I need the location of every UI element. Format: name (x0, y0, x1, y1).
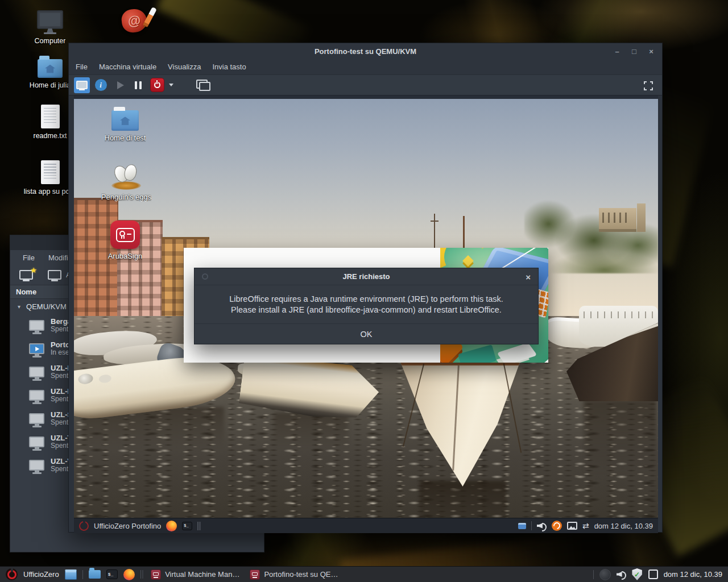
run-button[interactable] (111, 77, 127, 93)
console-toolbar: i (69, 74, 662, 95)
fullscreen-button[interactable] (644, 81, 653, 90)
ufficiozero-menu-icon[interactable] (79, 521, 89, 531)
monitor-icon (48, 270, 61, 280)
vm-monitor-icon (29, 436, 44, 447)
virt-manager-icon (151, 569, 161, 580)
minimized-window-button[interactable] (518, 523, 526, 529)
text-file-icon (41, 160, 60, 184)
menu-file[interactable]: File (76, 63, 88, 71)
window-title: Portofino-test su QEMU/KVM (315, 47, 416, 56)
close-icon[interactable]: × (526, 268, 531, 285)
desktop-icon-wax-seal[interactable] (121, 7, 155, 42)
console-menubar: File Macchina virtuale Visualizza Invia … (69, 59, 662, 74)
console-titlebar[interactable]: Portofino-test su QEMU/KVM – □ × (69, 43, 662, 59)
taskbar-window-console[interactable]: Portofino-test su QE… (247, 569, 340, 580)
jre-dialog-titlebar[interactable]: JRE richiesto × (195, 268, 538, 285)
pause-icon (135, 81, 142, 89)
new-vm-icon: ★ (19, 270, 33, 280)
menu-visualizza[interactable]: Visualizza (168, 63, 201, 71)
chevron-down-icon[interactable]: ▾ (18, 304, 20, 310)
vm-clock[interactable]: dom 12 dic, 10.39 (594, 522, 653, 530)
pause-button[interactable] (130, 77, 146, 93)
terminal-icon[interactable]: $_ (106, 569, 118, 579)
dialog-title: JRE richiesto (342, 272, 390, 281)
arubasign-icon (110, 221, 140, 249)
virt-manager-icon (250, 569, 260, 580)
desktop-icon-label: Home di julia (30, 81, 71, 89)
vm-monitor-icon (29, 390, 44, 401)
shutdown-button[interactable] (149, 77, 165, 93)
panel-separator (140, 570, 142, 579)
displays-button[interactable] (195, 77, 211, 93)
console-window: Portofino-test su QEMU/KVM – □ × File Ma… (68, 43, 663, 533)
host-app-menu-label[interactable]: UfficioZero (23, 570, 59, 579)
vm-wallpaper-castle (599, 208, 636, 232)
vm-info-button[interactable]: i (93, 77, 109, 93)
ufficiozero-menu-icon[interactable] (6, 568, 18, 580)
taskbar-window-title: Virtual Machine Man… (165, 570, 239, 579)
new-vm-button[interactable]: ★ (19, 270, 33, 280)
screen: Computer Home di julia readme.txt lista … (0, 0, 728, 582)
boat-reflection (274, 413, 348, 448)
connection-label: QEMU/KVM (26, 302, 67, 311)
text-file-icon (41, 105, 60, 128)
firefox-icon[interactable] (166, 521, 177, 531)
volume-icon[interactable] (617, 570, 626, 579)
menu-invia-tasto[interactable]: Invia tasto (212, 63, 246, 71)
show-desktop-icon[interactable] (65, 569, 77, 580)
vm-app-menu-label[interactable]: UfficioZero Portofino (94, 522, 161, 530)
home-folder-icon (38, 59, 63, 78)
menu-macchina-virtuale[interactable]: Macchina virtuale (99, 63, 156, 71)
vm-desktop-icon-home[interactable]: Home di test (91, 110, 159, 142)
vm-monitor-icon (29, 460, 44, 471)
vm-monitor-icon (29, 413, 44, 424)
computer-icon (37, 10, 63, 29)
close-button[interactable]: × (647, 47, 655, 56)
displays-icon (196, 80, 210, 91)
shield-check-icon[interactable]: ✓ (632, 568, 643, 580)
vm-desktop-icon-arubasign[interactable]: ArubaSign (91, 221, 159, 260)
dialog-icon (202, 273, 208, 280)
desktop-icon-label: Computer (35, 37, 66, 45)
clipboard-tray-icon[interactable] (648, 569, 658, 579)
firefox-icon[interactable] (123, 569, 135, 580)
open-console-button[interactable]: A (48, 270, 71, 280)
host-clock[interactable]: dom 12 dic, 10.39 (664, 570, 722, 579)
menu-file[interactable]: File (23, 253, 35, 262)
minimize-button[interactable]: – (613, 47, 621, 56)
desktop-icon-label: readme.txt (33, 132, 67, 140)
desktop-icon-computer[interactable]: Computer (16, 10, 84, 45)
dialog-message-line2: Please install a JRE (and libreoffice-ja… (231, 305, 502, 314)
building (74, 198, 118, 332)
panel-separator (593, 570, 594, 579)
mast (463, 216, 465, 249)
taskbar-window-title: Portofino-test su QE… (264, 570, 338, 579)
info-icon: i (95, 79, 107, 91)
screenshot-icon[interactable] (567, 522, 577, 530)
star-icon: ★ (30, 266, 37, 275)
console-view-button[interactable] (74, 77, 90, 93)
network-arrows-icon[interactable]: ⇄ (582, 521, 589, 530)
update-notifier-icon[interactable] (552, 521, 562, 531)
monitor-icon (76, 81, 88, 89)
maximize-button[interactable]: □ (630, 47, 638, 56)
terminal-icon[interactable]: $_ (182, 522, 192, 530)
vm-monitor-icon (29, 367, 44, 377)
jre-dialog-body: LibreOffice requires a Java runtime envi… (195, 285, 538, 323)
host-taskbar: UfficioZero $_ Virtual Machine Man… Port… (0, 566, 728, 582)
vm-monitor-icon (29, 320, 44, 331)
vm-desktop-icon-penguins-eggs[interactable]: Penguin's eggs (92, 161, 160, 201)
panel-separator (531, 521, 532, 530)
volume-icon[interactable] (537, 522, 547, 530)
shutdown-menu-caret[interactable] (169, 84, 173, 86)
panel-separator (197, 522, 198, 530)
house-glyph (120, 117, 130, 125)
dialog-message-line1: LibreOffice requires a Java runtime envi… (229, 294, 503, 304)
file-manager-icon[interactable] (89, 570, 101, 579)
vm-display[interactable]: Home di test Penguin's eggs ArubaSign (74, 95, 658, 533)
sync-tray-icon[interactable] (599, 569, 611, 580)
taskbar-window-virt-manager[interactable]: Virtual Machine Man… (148, 569, 242, 580)
home-folder-icon (111, 110, 139, 131)
ok-button[interactable]: OK (195, 323, 538, 344)
play-icon (117, 81, 124, 89)
